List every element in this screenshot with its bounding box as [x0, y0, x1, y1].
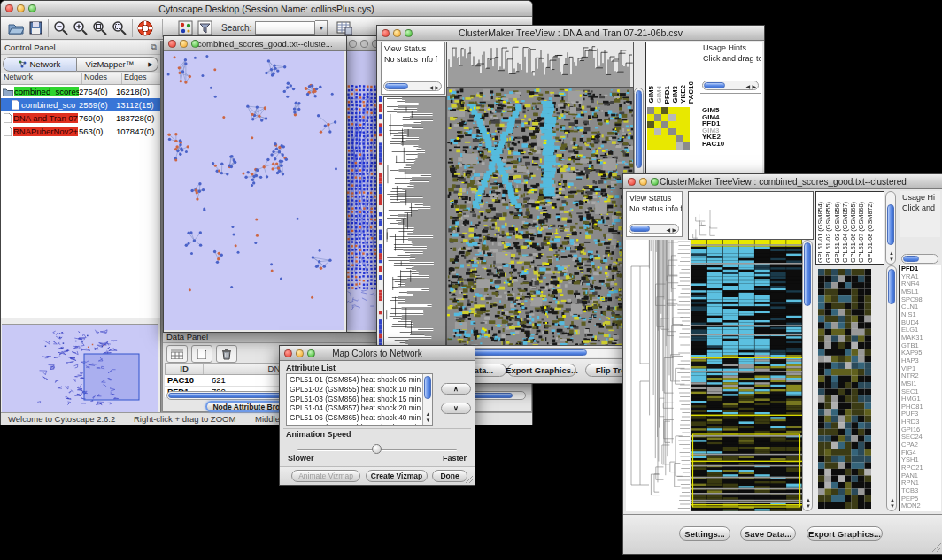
- tv1-column-dendrogram[interactable]: [446, 42, 634, 88]
- tv1-row-dendrogram[interactable]: [383, 96, 446, 381]
- treeview2-titlebar[interactable]: ClusterMaker TreeView : combined_scores_…: [623, 174, 942, 189]
- minimize-button[interactable]: [393, 29, 401, 37]
- search-dropdown-arrow-icon[interactable]: ▼: [315, 20, 328, 35]
- filter-icon[interactable]: [195, 19, 214, 37]
- tv1-view-status-panel: View Status No status info f ◀▶: [381, 42, 445, 95]
- attribute-table-icon[interactable]: [166, 345, 188, 363]
- slider-thumb[interactable]: [372, 444, 382, 454]
- tv2-collabel-vscrollbar[interactable]: ▲▼: [885, 191, 896, 265]
- done-button[interactable]: Done: [432, 470, 467, 482]
- tv2-status-scrollbar[interactable]: ◀▶: [629, 224, 679, 234]
- zoom-out-icon[interactable]: [51, 19, 71, 37]
- tv1-column-labels: GIM5GIM4PFD1GIM3YKE2PAC10: [648, 42, 698, 104]
- main-titlebar[interactable]: Cytoscape Desktop (Session Name: collins…: [1, 1, 532, 17]
- tv2-column-label: GPL51-07 (GSM868): [858, 202, 864, 263]
- network-overview-minimap[interactable]: [2, 324, 158, 412]
- tv1-export-graphics-button[interactable]: Export Graphics...: [507, 364, 576, 377]
- search-field-wrap: ▼: [255, 20, 328, 35]
- search-input[interactable]: [255, 21, 315, 35]
- zoom-button[interactable]: [28, 4, 36, 12]
- close-button[interactable]: [382, 29, 390, 37]
- close-button[interactable]: [349, 40, 357, 48]
- animate-vizmap-button[interactable]: Animate Vizmap: [291, 470, 360, 482]
- delete-attribute-trash-icon[interactable]: [216, 345, 237, 363]
- tv1-column-label: PAC10: [688, 81, 695, 104]
- gene-label[interactable]: MON2: [900, 502, 941, 510]
- tv1-correlation-matrix[interactable]: [647, 107, 690, 150]
- import-table-icon[interactable]: [335, 19, 354, 37]
- attribute-list-item[interactable]: GPL51-06 (GSM865) heat shock 40 min: [288, 413, 421, 423]
- network-row-combined-sco-selected[interactable]: combined_sco 2569(6) 13112(15): [1, 98, 160, 111]
- tv2-column-label: GPL51-02 (GSM855): [825, 202, 831, 263]
- animation-speed-slider[interactable]: [297, 445, 457, 454]
- resize-grip-icon[interactable]: [931, 542, 942, 553]
- tv2-heatmap-vscrollbar[interactable]: ▲▼: [802, 240, 813, 511]
- network-row-dna-tran[interactable]: DNA and Tran 07 769(0) 183728(0): [1, 111, 160, 125]
- folder-icon: [3, 88, 13, 96]
- tv2-column-label: GPL51-08 (GSM872): [867, 202, 873, 263]
- tab-overflow-arrow-icon[interactable]: ▶: [143, 57, 158, 72]
- minimize-button[interactable]: [180, 40, 188, 48]
- control-panel-title: Control Panel: [4, 42, 56, 52]
- tv2-settings-button[interactable]: Settings...: [679, 526, 730, 541]
- zoom-button[interactable]: [307, 349, 315, 357]
- move-attribute-down-button[interactable]: ∨: [441, 403, 471, 414]
- tv2-genelist-vscrollbar[interactable]: ▲▼: [886, 265, 897, 511]
- tv1-heatmap[interactable]: [446, 88, 634, 346]
- zoom-button[interactable]: [191, 40, 199, 48]
- new-attribute-icon[interactable]: [191, 345, 212, 363]
- tab-vizmapper[interactable]: VizMapper™: [77, 57, 143, 72]
- help-lifebuoy-icon[interactable]: [135, 19, 155, 37]
- open-file-icon[interactable]: [6, 19, 26, 37]
- tv2-column-dendrogram[interactable]: [688, 191, 814, 240]
- network-row-rnapuber[interactable]: RNAPuberNov2+ 563(0) 107847(0): [1, 125, 160, 138]
- close-button[interactable]: [284, 349, 292, 357]
- tv2-zoom-heatmap[interactable]: [818, 269, 871, 509]
- network1-canvas[interactable]: [164, 51, 344, 330]
- zoom-button[interactable]: [405, 29, 413, 37]
- tv2-row-dendrogram[interactable]: [626, 240, 690, 511]
- zoom-fit-icon[interactable]: [90, 19, 110, 37]
- attribute-list-vscrollbar[interactable]: ▲▼: [422, 374, 432, 425]
- minimize-button[interactable]: [17, 4, 25, 12]
- tv2-usage-scrollbar[interactable]: [901, 254, 938, 264]
- resize-grip-icon[interactable]: [465, 475, 474, 484]
- tv1-usage-scrollbar[interactable]: ◀▶: [702, 81, 759, 90]
- network1-titlebar[interactable]: combined_scores_good.txt--cluste...: [164, 36, 346, 51]
- status-welcome: Welcome to Cytoscape 2.6.2: [8, 414, 115, 424]
- network-row-combined-scores[interactable]: combined_scores_ 2764(0) 16218(0): [1, 85, 160, 98]
- minimize-button[interactable]: [639, 178, 647, 186]
- tab-network[interactable]: Network: [3, 57, 77, 72]
- save-icon[interactable]: [26, 19, 45, 37]
- close-button[interactable]: [168, 40, 176, 48]
- treeview1-titlebar[interactable]: ClusterMaker TreeView : DNA and Tran 07-…: [377, 26, 764, 41]
- move-attribute-up-button[interactable]: ∧: [441, 383, 471, 395]
- attribute-list-item[interactable]: GPL51-04 (GSM857) heat shock 20 min: [288, 403, 421, 413]
- minimize-button[interactable]: [360, 40, 368, 48]
- close-button[interactable]: [628, 178, 636, 186]
- tv1-column-label: YKE2: [680, 85, 687, 104]
- zoom-button[interactable]: [651, 178, 659, 186]
- tv1-row-label: PAC10: [702, 141, 724, 148]
- vizmapper-icon[interactable]: [175, 19, 195, 37]
- control-panel-tabs: Network VizMapper™ ▶: [1, 55, 160, 74]
- tv2-save-data-button[interactable]: Save Data...: [740, 526, 796, 541]
- zoom-in-icon[interactable]: [71, 19, 90, 37]
- attribute-list-item[interactable]: GPL51-03 (GSM856) heat shock 15 min: [288, 395, 421, 404]
- tv1-status-scrollbar[interactable]: ◀▶: [383, 81, 442, 91]
- treeview2-title: ClusterMaker TreeView : combined_scores_…: [623, 177, 942, 187]
- faster-label: Faster: [443, 454, 467, 463]
- attribute-list-item[interactable]: GPL51-01 (GSM854) heat shock 05 min: [288, 375, 421, 385]
- float-panel-icon[interactable]: ⧉: [151, 42, 157, 52]
- create-vizmap-button[interactable]: Create Vizmap: [366, 470, 428, 482]
- tv2-heatmap[interactable]: [691, 240, 802, 511]
- attribute-list-item[interactable]: GPL51-07 (GSM868) heat shock 60 min: [288, 423, 421, 426]
- attribute-list-item[interactable]: GPL51-02 (GSM855) heat shock 10 min: [288, 385, 421, 395]
- tv2-column-label: GPL51-04 (GSM857): [842, 202, 848, 263]
- tv1-column-label: GIM4: [656, 86, 663, 104]
- zoom-selected-icon[interactable]: [110, 19, 129, 37]
- close-button[interactable]: [5, 4, 13, 12]
- tv2-export-graphics-button[interactable]: Export Graphics...: [807, 526, 883, 541]
- map-dialog-titlebar[interactable]: Map Colors to Network: [280, 346, 475, 361]
- minimize-button[interactable]: [296, 349, 304, 357]
